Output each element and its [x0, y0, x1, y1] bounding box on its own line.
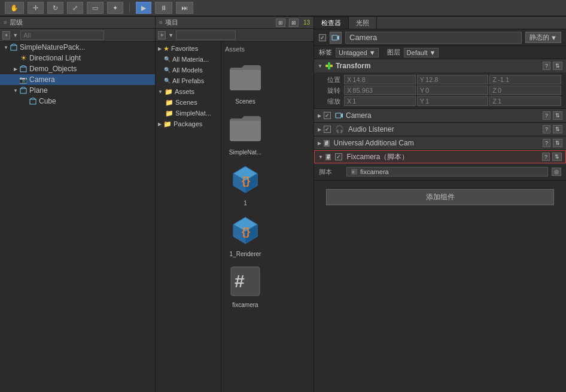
- tab-inspector[interactable]: 检查器: [314, 17, 349, 29]
- project-search[interactable]: [176, 31, 236, 40]
- tree-item-directional[interactable]: ▶ ☀ Directional Light: [0, 53, 155, 63]
- packages-header[interactable]: ▶ 📁 Packages: [156, 118, 221, 129]
- pos-y-input[interactable]: Y12.8: [417, 75, 489, 84]
- object-active-checkbox[interactable]: ✓: [319, 34, 326, 41]
- asset-scenes[interactable]: Scenes: [224, 57, 267, 106]
- project-add-btn[interactable]: +: [158, 31, 166, 39]
- asset-script1[interactable]: {} 1: [224, 159, 267, 208]
- audio-active-check[interactable]: ✓: [324, 126, 331, 133]
- tree-label: Cube: [39, 97, 56, 105]
- star-icon: ★: [163, 45, 169, 53]
- script-ref-select-btn[interactable]: ◎: [552, 168, 561, 176]
- cube-icon: [19, 86, 28, 95]
- audio-help-btn[interactable]: ?: [543, 125, 550, 133]
- arrow-icon: ▼: [12, 87, 19, 94]
- rect-tool[interactable]: ▭: [87, 2, 104, 14]
- transform-label: Transform: [336, 62, 540, 70]
- component-fixcamera-header[interactable]: ▼ # ✓ Fixcamera（脚本） ? ⇅: [314, 150, 566, 163]
- script-ref[interactable]: # fixcamera: [346, 167, 548, 177]
- camera-comp-icon: [335, 111, 343, 120]
- object-icon-btn[interactable]: [330, 32, 342, 44]
- move-tool[interactable]: ✛: [28, 2, 44, 14]
- asset-simplenature[interactable]: SimpleNat...: [224, 108, 267, 157]
- tree-item-camera[interactable]: ▶ 📷 Camera: [0, 74, 155, 85]
- tag-dropdown[interactable]: Untagged ▼: [336, 48, 379, 57]
- tree-item-plane[interactable]: ▼ Plane: [0, 85, 155, 96]
- scale-x-input[interactable]: X1: [344, 96, 416, 106]
- cube-icon: [10, 43, 18, 51]
- tree-item-cube[interactable]: ▶ Cube: [0, 96, 155, 107]
- svg-rect-16: [332, 35, 337, 40]
- camera-help-btn[interactable]: ?: [543, 111, 550, 120]
- multi-tool[interactable]: ✦: [107, 2, 123, 14]
- rot-x-input[interactable]: X85.963: [344, 86, 416, 95]
- audio-arrow: ▶: [318, 127, 321, 132]
- add-component-btn[interactable]: 添加组件: [326, 189, 554, 205]
- cube-icon: [29, 97, 37, 105]
- project-icon-btn1[interactable]: ⊞: [276, 19, 285, 27]
- transform-help-btn[interactable]: ?: [543, 62, 550, 70]
- scale-y-input[interactable]: Y1: [417, 96, 489, 106]
- search-icon: 🔍: [164, 56, 171, 62]
- universal-menu-btn[interactable]: ⇅: [553, 139, 562, 147]
- asset-fixcamera[interactable]: # fixcamera: [224, 261, 267, 309]
- tree-item-demoobjects[interactable]: ▶ Demo_Objects: [0, 63, 155, 74]
- object-name-input[interactable]: [345, 32, 522, 44]
- svg-rect-19: [328, 62, 330, 69]
- fixcamera-menu-btn[interactable]: ⇅: [552, 153, 562, 161]
- main-layout: ≡ 层级 + ▼ ▼ SimpleNaturePack...: [0, 17, 566, 392]
- favorites-materials[interactable]: 🔍 All Materia...: [156, 54, 221, 65]
- camera-menu-btn[interactable]: ⇅: [553, 111, 562, 120]
- universal-help-btn[interactable]: ?: [543, 139, 550, 147]
- step-btn[interactable]: ⏭: [176, 2, 193, 14]
- rot-z-input[interactable]: Z0: [489, 86, 561, 95]
- arrow-icon: ▶: [12, 65, 19, 72]
- fixcamera-help-btn[interactable]: ?: [542, 153, 550, 161]
- scale-z-input[interactable]: Z1: [489, 96, 561, 106]
- hierarchy-search[interactable]: [20, 31, 104, 40]
- hash-thumb: #: [226, 262, 264, 300]
- add-component-container: 添加组件: [314, 181, 566, 214]
- project-icon-btn2[interactable]: ⊠: [289, 19, 299, 27]
- hierarchy-panel: ≡ 层级 + ▼ ▼ SimpleNaturePack...: [0, 17, 156, 392]
- pos-x-input[interactable]: X14.8: [344, 75, 416, 84]
- hand-tool[interactable]: ✋: [5, 2, 24, 14]
- camera-active-check[interactable]: ✓: [324, 112, 331, 119]
- component-universal-header[interactable]: ▶ # Universal Additional Cam ? ⇅: [314, 136, 566, 150]
- scale-tool[interactable]: ⤢: [67, 2, 83, 14]
- favorites-models[interactable]: 🔍 All Models: [156, 65, 221, 75]
- fixcamera-label: Fixcamera（脚本）: [346, 152, 540, 162]
- component-transform-header[interactable]: ▼ Transform ? ⇅: [314, 59, 566, 72]
- script-label: 脚本: [319, 168, 343, 177]
- audio-menu-btn[interactable]: ⇅: [553, 125, 562, 133]
- tab-lighting[interactable]: 光照: [349, 17, 377, 29]
- static-btn[interactable]: 静态的 ▼: [525, 32, 561, 43]
- hierarchy-add-btn[interactable]: +: [2, 31, 10, 39]
- project-content: ▶ ★ Favorites 🔍 All Materia... 🔍 All Mod…: [156, 42, 314, 392]
- inspector-panel: 检查器 光照 ✓ 静态的 ▼: [314, 17, 566, 392]
- play-btn[interactable]: ▶: [136, 2, 151, 14]
- script-ref-value: fixcamera: [360, 168, 389, 175]
- rotate-tool[interactable]: ↻: [47, 2, 63, 14]
- component-audio-header[interactable]: ▶ ✓ 🎧 Audio Listener ? ⇅: [314, 123, 566, 136]
- layer-dropdown[interactable]: Default ▼: [404, 48, 439, 57]
- pause-btn[interactable]: ⏸: [155, 2, 172, 14]
- scenes-item[interactable]: 📁 Scenes: [156, 97, 221, 108]
- simplenature-item[interactable]: 📁 SimpleNat...: [156, 108, 221, 118]
- pos-z-input[interactable]: Z-1.1: [489, 75, 561, 84]
- assets-header[interactable]: ▼ 📁 Assets: [156, 86, 221, 97]
- svg-rect-3: [30, 99, 36, 104]
- favorites-header[interactable]: ▶ ★ Favorites: [156, 43, 221, 54]
- rot-y-input[interactable]: Y0: [417, 86, 489, 95]
- asset-label: 1: [244, 200, 247, 206]
- favorites-prefabs[interactable]: 🔍 All Prefabs: [156, 75, 221, 86]
- asset-renderer[interactable]: {} 1_Renderer: [224, 210, 267, 259]
- component-transform: ▼ Transform ? ⇅ 位置 X14.8 Y12.8 Z-1.1: [314, 59, 566, 109]
- arrow-icon: ▼: [2, 44, 10, 51]
- fixcamera-active-check[interactable]: ✓: [335, 153, 342, 160]
- transform-menu-btn[interactable]: ⇅: [553, 62, 562, 70]
- tree-item-simplenature[interactable]: ▼ SimpleNaturePack...: [0, 42, 155, 53]
- component-camera-header[interactable]: ▶ ✓ Camera ? ⇅: [314, 109, 566, 122]
- fixcamera-hash-icon: #: [325, 154, 331, 160]
- inspector-object-bar: ✓ 静态的 ▼: [314, 29, 566, 46]
